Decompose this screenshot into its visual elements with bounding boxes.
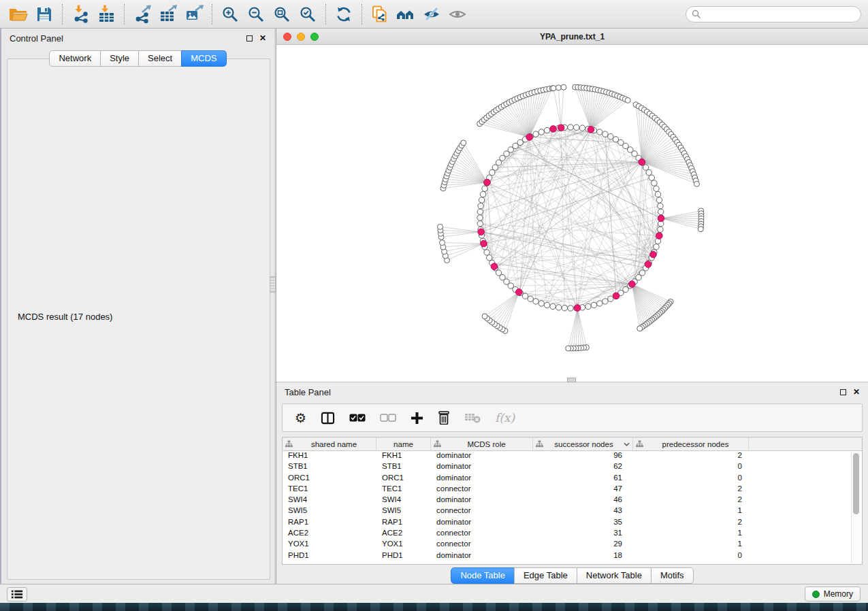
graph-node[interactable] [597, 129, 602, 135]
graph-hub-node[interactable] [650, 251, 657, 258]
graph-node[interactable] [517, 139, 523, 145]
column-header-name[interactable]: name [376, 437, 431, 450]
graph-node[interactable] [544, 302, 549, 308]
graph-node[interactable] [579, 125, 585, 131]
graph-hub-node[interactable] [645, 261, 652, 268]
tab-select[interactable]: Select [138, 50, 182, 67]
graph-node[interactable] [654, 186, 659, 191]
import-network-button[interactable] [67, 3, 93, 26]
add-row-icon[interactable] [411, 412, 423, 425]
graph-node[interactable] [608, 296, 613, 301]
graph-node[interactable] [556, 305, 561, 310]
graph-node[interactable] [562, 306, 567, 311]
graph-node[interactable] [658, 209, 664, 214]
graph-node[interactable] [477, 220, 483, 226]
graph-hub-node[interactable] [491, 263, 498, 270]
delete-row-icon[interactable] [438, 411, 450, 425]
graph-leaf-node[interactable] [437, 224, 443, 229]
table-row[interactable]: RAP1RAP1dominator352 [283, 518, 862, 529]
graph-node[interactable] [550, 303, 556, 309]
graph-leaf-node[interactable] [694, 181, 699, 186]
graph-hub-node[interactable] [481, 240, 487, 247]
graph-node[interactable] [608, 134, 613, 139]
network-canvas[interactable] [276, 45, 868, 382]
graph-node[interactable] [480, 191, 485, 197]
table-tab-node-table[interactable]: Node Table [451, 567, 515, 584]
graph-hub-node[interactable] [588, 127, 594, 133]
graph-node[interactable] [482, 186, 487, 191]
graph-node[interactable] [533, 299, 539, 304]
zoom-in-button[interactable] [217, 3, 243, 26]
table-row[interactable]: TEC1TEC1connector472 [283, 484, 862, 495]
graph-node[interactable] [568, 306, 573, 311]
column-header-MCDS-role[interactable]: MCDS role [431, 437, 533, 450]
graph-node[interactable] [591, 302, 596, 308]
gear-icon[interactable]: ⚙ [295, 412, 306, 425]
graph-hub-node[interactable] [613, 293, 620, 299]
graph-node[interactable] [539, 129, 544, 135]
table-row[interactable]: STB1STB1dominator620 [283, 462, 862, 473]
graph-node[interactable] [568, 125, 573, 130]
column-header-predecessor-nodes[interactable]: predecessor nodes [633, 437, 749, 450]
graph-node[interactable] [585, 303, 591, 309]
show-all-button[interactable] [445, 3, 470, 26]
graph-node[interactable] [478, 203, 483, 208]
graph-node[interactable] [477, 209, 483, 214]
hide-selected-button[interactable] [419, 3, 445, 26]
graph-node[interactable] [479, 197, 484, 203]
refresh-button[interactable] [331, 3, 357, 26]
table-scrollbar[interactable] [851, 452, 861, 563]
table-scrollbar-thumb[interactable] [853, 453, 859, 514]
export-image-button[interactable] [181, 3, 207, 26]
graph-node[interactable] [487, 255, 492, 261]
table-row[interactable]: YOX1YOX1connector291 [283, 540, 862, 550]
column-header-shared-name[interactable]: shared name [283, 437, 376, 450]
graph-hub-node[interactable] [550, 126, 557, 133]
graph-hub-node[interactable] [484, 179, 491, 186]
tab-style[interactable]: Style [100, 50, 139, 67]
table-row[interactable]: FKH1FKH1dominator962 [283, 451, 862, 462]
graph-leaf-node[interactable] [698, 227, 703, 232]
horizontal-splitter-grip[interactable] [567, 378, 576, 382]
graph-hub-node[interactable] [629, 281, 636, 288]
graph-node[interactable] [643, 165, 648, 170]
graph-node[interactable] [652, 180, 657, 186]
graph-hub-node[interactable] [526, 134, 533, 141]
graph-hub-node[interactable] [558, 125, 564, 131]
network-window-titlebar[interactable]: YPA_prune.txt_1 [276, 29, 868, 45]
search-input[interactable] [686, 6, 861, 22]
graph-leaf-node[interactable] [566, 346, 571, 351]
vertical-splitter-grip[interactable] [270, 276, 276, 293]
graph-node[interactable] [658, 203, 663, 208]
graph-hub-node[interactable] [574, 305, 581, 312]
graph-node[interactable] [613, 137, 618, 142]
import-table-button[interactable] [93, 3, 119, 26]
table-tab-network-table[interactable]: Network Table [577, 567, 652, 584]
graph-node[interactable] [544, 127, 549, 133]
graph-node[interactable] [522, 293, 528, 299]
zoom-selected-button[interactable] [295, 3, 321, 26]
graph-hub-node[interactable] [639, 159, 645, 165]
graph-leaf-node[interactable] [440, 240, 445, 246]
graph-node[interactable] [649, 175, 654, 180]
table-row[interactable]: ACE2ACE2connector311 [283, 529, 862, 540]
columns-icon[interactable] [321, 412, 335, 425]
table-tab-motifs[interactable]: Motifs [651, 567, 694, 584]
graph-leaf-node[interactable] [561, 84, 566, 90]
graph-node[interactable] [602, 299, 608, 304]
graph-node[interactable] [539, 301, 544, 306]
graph-node[interactable] [655, 191, 660, 197]
graph-node[interactable] [477, 215, 483, 220]
graph-node[interactable] [573, 125, 579, 130]
float-panel-icon[interactable] [246, 35, 253, 42]
task-history-button[interactable] [7, 587, 27, 601]
graph-leaf-node[interactable] [551, 86, 556, 91]
tab-mcds[interactable]: MCDS [181, 50, 226, 67]
first-neighbors-button[interactable] [393, 3, 419, 26]
graph-leaf-node[interactable] [625, 97, 630, 103]
graph-node[interactable] [484, 250, 489, 255]
graph-node[interactable] [656, 197, 662, 203]
graph-node[interactable] [658, 227, 663, 232]
graph-node[interactable] [646, 169, 652, 175]
graph-leaf-node[interactable] [482, 314, 487, 319]
